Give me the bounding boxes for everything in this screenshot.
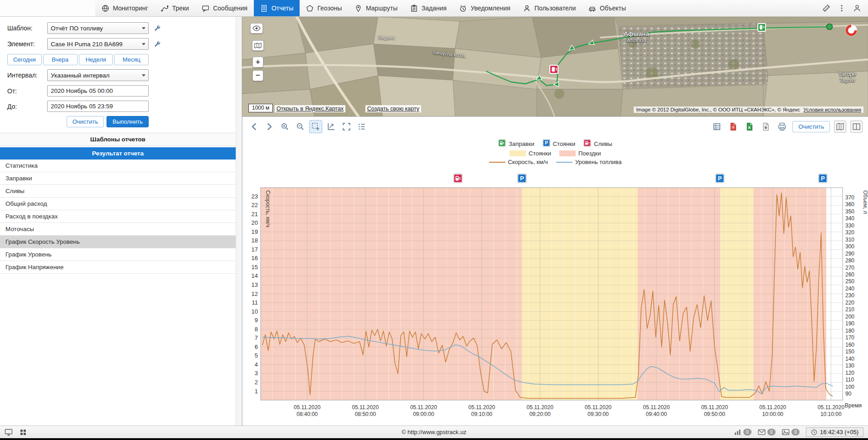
report-section-item[interactable]: График Скорость Уровень	[0, 236, 236, 248]
chart-canvas[interactable]: 1234567891011121314151617181920212223901…	[242, 171, 868, 425]
scanex-logo-icon[interactable]	[845, 24, 857, 36]
template-select[interactable]: Отчёт ПО топливу	[47, 22, 149, 34]
quick-ranges: СегодняВчераНеделяМесяц	[7, 54, 149, 65]
apps-icon[interactable]	[19, 429, 27, 436]
map-track-end-marker[interactable]	[827, 24, 833, 30]
photo-status[interactable]: 0	[782, 429, 800, 435]
create-own-map-link[interactable]: Создать свою карту	[365, 105, 421, 112]
tab-objects[interactable]: Объекты	[582, 0, 632, 16]
tab-geofences[interactable]: Геозоны	[300, 0, 348, 16]
signal-status[interactable]: 0	[734, 429, 752, 435]
arrow-right-icon[interactable]	[263, 121, 276, 133]
tab-notifications[interactable]: Уведомления	[453, 0, 517, 16]
zoom-out-icon[interactable]	[294, 121, 306, 133]
report-table-icon[interactable]	[711, 121, 723, 133]
map-toggle-icon[interactable]	[834, 121, 846, 133]
from-datetime-input[interactable]	[47, 85, 149, 97]
legend-marker-item: PСтоянки	[543, 139, 576, 148]
report-form: Шаблон: Отчёт ПО топливу Элемент: Case I…	[0, 17, 236, 133]
report-section-item[interactable]: Статистика	[0, 160, 236, 172]
more-menu-icon[interactable]	[834, 1, 849, 15]
tab-reports[interactable]: Отчеты	[254, 0, 300, 16]
report-section-item[interactable]: Заправки	[0, 172, 236, 185]
map-panel[interactable]: + − Афшана Afshona Тагоре Tagore Saroych…	[242, 17, 868, 116]
tab-messages[interactable]: Сообщения	[195, 0, 254, 16]
tab-tracks[interactable]: Треки	[155, 0, 195, 16]
file-export-icon[interactable]	[760, 121, 772, 133]
user-account-icon[interactable]	[850, 1, 864, 15]
element-label: Элемент:	[7, 40, 47, 48]
tab-globe[interactable]: Мониторинг	[95, 0, 155, 16]
template-select-value: Отчёт ПО топливу	[51, 25, 103, 32]
legend-series-item: Уровень топлива	[556, 159, 622, 165]
series-line-swatch	[556, 162, 572, 163]
chart-clear-button[interactable]: Очистить	[792, 121, 830, 132]
open-in-yandex-link[interactable]: Открыть в Яндекс.Картах	[275, 105, 345, 112]
element-select[interactable]: Case IH Puma 210 BA699	[47, 38, 149, 50]
tasks-icon	[410, 5, 418, 12]
status-count-badge: 0	[791, 429, 800, 435]
terms-of-use-link[interactable]: Условия использования	[803, 107, 861, 112]
svg-text:P: P	[718, 175, 722, 182]
quick-range-button[interactable]: Сегодня	[7, 54, 42, 65]
quick-range-button[interactable]: Неделя	[79, 54, 113, 65]
svg-text:210: 210	[845, 306, 854, 313]
legend-band-item: Поездки	[559, 150, 601, 157]
tab-users[interactable]: Пользователи	[517, 0, 582, 16]
monitor-icon[interactable]	[5, 429, 13, 436]
svg-text:09:50:00: 09:50:00	[704, 411, 725, 417]
tab-label: Геозоны	[317, 5, 342, 12]
legend-band-item: Стоянки	[509, 150, 551, 157]
interval-select[interactable]: Указанный интервал	[47, 69, 149, 81]
report-section-item[interactable]: Сливы	[0, 185, 236, 198]
svg-text:08:50:00: 08:50:00	[355, 411, 376, 417]
report-section-item[interactable]: Моточасы	[0, 223, 236, 236]
template-settings-icon[interactable]	[153, 24, 160, 32]
quick-range-button[interactable]: Вчера	[43, 54, 78, 65]
svg-text:05.11.2020: 05.11.2020	[527, 404, 553, 411]
tab-tasks[interactable]: Задания	[404, 0, 453, 16]
report-section-item[interactable]: График Уровень	[0, 248, 236, 261]
measure-tool-icon[interactable]	[819, 1, 834, 15]
map-zoom-in-button[interactable]: +	[252, 57, 263, 68]
chevron-down-icon	[142, 27, 145, 29]
print-icon[interactable]	[776, 121, 788, 133]
svg-text:310: 310	[845, 237, 854, 243]
excel-export-icon[interactable]	[743, 121, 756, 133]
layout-split-icon[interactable]	[850, 121, 863, 133]
pdf-export-icon[interactable]	[727, 121, 739, 133]
element-settings-icon[interactable]	[153, 40, 160, 48]
fullscreen-icon[interactable]	[340, 121, 353, 133]
report-section-item[interactable]: График Напряжение	[0, 261, 236, 274]
legend-marker-item: Заправки	[498, 139, 534, 148]
svg-text:150: 150	[845, 348, 854, 355]
map-fuel-drain-marker[interactable]	[550, 65, 558, 73]
zoom-select-icon[interactable]	[310, 121, 322, 133]
svg-text:05.11.2020: 05.11.2020	[294, 404, 320, 411]
legend-toggle-icon[interactable]	[356, 121, 368, 133]
tab-routes[interactable]: Маршруты	[348, 0, 404, 16]
zoom-extent-icon[interactable]	[325, 121, 337, 133]
report-section-item[interactable]: Расход в поездках	[0, 210, 236, 223]
map-attribution: Image © 2012 DigitalGlobe, Inc., © ООО И…	[634, 106, 863, 113]
map-layers-icon[interactable]	[252, 40, 264, 51]
arrow-left-icon[interactable]	[248, 121, 260, 133]
quick-range-button[interactable]: Месяц	[114, 54, 149, 65]
sidebar-scrollbar[interactable]	[236, 17, 242, 425]
execute-report-button[interactable]: Выполнить	[107, 116, 149, 127]
svg-text:11: 11	[252, 299, 258, 306]
fuel-marker-icon	[498, 139, 506, 148]
map-zoom-out-button[interactable]: −	[252, 70, 263, 81]
report-section-item[interactable]: Общий расход	[0, 198, 236, 210]
to-datetime-input[interactable]	[47, 101, 149, 112]
svg-text:15: 15	[252, 264, 258, 271]
result-header[interactable]: Результат отчета	[0, 147, 236, 160]
status-bar-right: 000 16:42:43 (+05)	[734, 427, 863, 437]
fuel-marker-icon	[583, 139, 591, 148]
mail-status[interactable]: 0	[758, 429, 776, 435]
svg-text:05.11.2020: 05.11.2020	[759, 404, 786, 411]
map-visibility-icon[interactable]	[250, 23, 263, 34]
map-refuel-marker[interactable]	[758, 24, 766, 31]
zoom-in-icon[interactable]	[279, 121, 291, 133]
clear-form-button[interactable]: Очистить	[67, 116, 104, 127]
